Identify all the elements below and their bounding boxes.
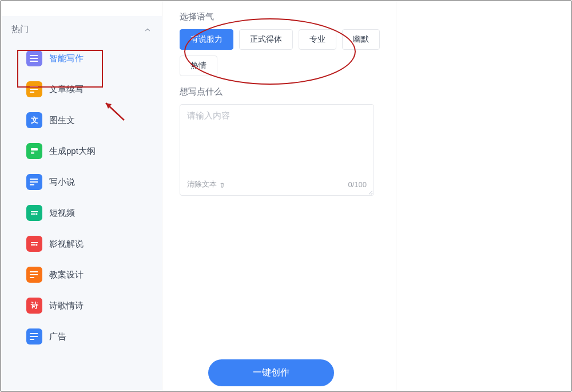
video-icon [26, 205, 42, 221]
text-icon: 文 [26, 112, 42, 128]
ppt-icon [26, 143, 42, 159]
main-area: 选择语气 有说服力 正式得体 专业 幽默 热情 想写点什么 请输入内容 清除文本 [162, 1, 571, 391]
sidebar-item-film-commentary[interactable]: 影视解说 [1, 228, 162, 259]
tone-label: 选择语气 [180, 11, 394, 22]
svg-rect-0 [31, 148, 38, 151]
sidebar-item-poetry[interactable]: 诗 诗歌情诗 [1, 290, 162, 321]
tone-chip-formal[interactable]: 正式得体 [239, 29, 293, 50]
tone-chip-humorous[interactable]: 幽默 [342, 29, 380, 50]
sidebar-item-label: 生成ppt大纲 [49, 146, 96, 157]
doc-icon [26, 50, 42, 66]
sidebar: 热门 智能写作 文章续写 文 图生文 生成ppt大纲 写小说 [1, 1, 162, 391]
textarea-footer: 清除文本 0/100 [187, 179, 367, 189]
sidebar-section-title: 热门 [11, 24, 29, 35]
sidebar-item-short-video[interactable]: 短视频 [1, 197, 162, 228]
sidebar-item-image-to-text[interactable]: 文 图生文 [1, 105, 162, 136]
prompt-label: 想写点什么 [180, 86, 394, 97]
sidebar-item-label: 图生文 [49, 115, 75, 126]
sidebar-item-label: 广告 [49, 331, 66, 342]
sidebar-item-smart-writing[interactable]: 智能写作 [1, 43, 162, 74]
doc-icon [26, 81, 42, 97]
clear-text-button[interactable]: 清除文本 [187, 179, 225, 189]
content-textarea[interactable]: 请输入内容 清除文本 0/100 [180, 104, 374, 196]
sidebar-item-label: 影视解说 [49, 239, 84, 250]
tone-chip-enthusiastic[interactable]: 热情 [180, 56, 217, 76]
resize-handle-icon[interactable] [367, 188, 374, 195]
char-counter: 0/100 [348, 180, 367, 189]
sidebar-item-lesson-plan[interactable]: 教案设计 [1, 259, 162, 290]
sidebar-item-ppt-outline[interactable]: 生成ppt大纲 [1, 136, 162, 167]
svg-point-4 [36, 213, 38, 215]
sidebar-item-label: 写小说 [49, 177, 75, 188]
svg-rect-6 [31, 244, 35, 246]
svg-rect-5 [31, 242, 38, 243]
textarea-placeholder: 请输入内容 [187, 110, 367, 179]
poem-icon: 诗 [26, 298, 42, 314]
tone-chip-group: 有说服力 正式得体 专业 幽默 热情 [180, 29, 394, 76]
doc-icon [26, 328, 42, 345]
sidebar-item-label: 诗歌情诗 [49, 300, 84, 311]
sidebar-item-label: 教案设计 [49, 270, 84, 280]
doc-icon [26, 174, 42, 190]
film-icon [26, 236, 42, 252]
doc-icon [26, 267, 42, 283]
sidebar-item-label: 文章续写 [49, 84, 84, 95]
svg-point-7 [36, 244, 38, 246]
content-panel: 选择语气 有说服力 正式得体 专业 幽默 热情 想写点什么 请输入内容 清除文本 [162, 1, 394, 391]
right-panel [396, 1, 571, 391]
trash-icon [219, 181, 225, 188]
tone-chip-persuasive[interactable]: 有说服力 [180, 29, 233, 50]
svg-rect-2 [31, 211, 38, 212]
sidebar-item-label: 智能写作 [49, 53, 84, 64]
svg-rect-1 [31, 152, 34, 154]
sidebar-item-write-novel[interactable]: 写小说 [1, 167, 162, 197]
sidebar-top-gap [1, 1, 162, 16]
sidebar-item-ad[interactable]: 广告 [1, 321, 162, 345]
create-button[interactable]: 一键创作 [208, 359, 334, 386]
svg-rect-3 [31, 213, 35, 215]
sidebar-item-article-continue[interactable]: 文章续写 [1, 74, 162, 105]
sidebar-item-label: 短视频 [49, 208, 75, 219]
chevron-up-icon [144, 26, 152, 34]
sidebar-section-hot[interactable]: 热门 [1, 16, 162, 43]
tone-chip-professional[interactable]: 专业 [299, 29, 336, 50]
